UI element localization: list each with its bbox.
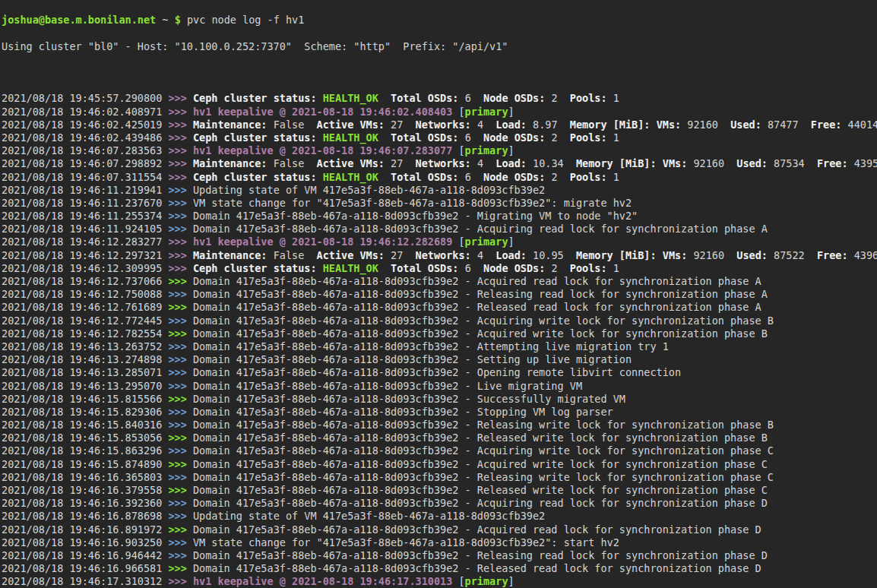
log-arrow-icon: >>> — [168, 144, 193, 156]
log-text: primary — [465, 575, 508, 587]
log-line: 2021/08/18 19:46:13.274898 >>> Domain 41… — [2, 353, 877, 366]
log-timestamp: 2021/08/18 19:46:15.863296 — [2, 444, 168, 457]
log-text: 1 — [607, 92, 619, 104]
log-text: 2 — [545, 92, 570, 104]
log-text: False — [268, 249, 317, 261]
log-text — [657, 157, 663, 169]
log-timestamp: 2021/08/18 19:46:16.878698 — [2, 510, 168, 522]
log-text: Pools: — [570, 92, 607, 104]
log-timestamp: 2021/08/18 19:46:13.285071 — [2, 366, 168, 378]
log-text — [378, 262, 391, 274]
log-text: Node OSDs: — [483, 131, 545, 144]
log-timestamp: 2021/08/18 19:46:15.840316 — [2, 419, 168, 431]
log-arrow-icon: >>> — [168, 236, 193, 248]
log-arrow-icon: >>> — [168, 119, 193, 131]
log-arrow-icon: >>> — [168, 419, 193, 431]
prompt-line: joshua@base.m.bonilan.net ~ $ pvc node l… — [2, 14, 877, 27]
log-text: Active VMs: — [317, 249, 385, 261]
log-arrow-icon: >>> — [168, 393, 193, 405]
log-timestamp: 2021/08/18 19:46:16.946442 — [2, 549, 168, 561]
log-text: Updating state of VM 417e5a3f-88eb-467a-… — [193, 510, 545, 522]
log-text: Domain 417e5a3f-88eb-467a-a118-8d093cfb3… — [193, 327, 768, 340]
log-text: 1 — [607, 131, 619, 144]
log-line: 2021/08/18 19:46:16.379558 >>> Domain 41… — [2, 484, 877, 497]
log-text: 87522 — [768, 249, 817, 261]
log-text: 44014 — [841, 119, 877, 131]
log-text: 2 — [545, 131, 570, 144]
log-timestamp: 2021/08/18 19:46:16.379558 — [2, 484, 168, 496]
log-arrow-icon: >>> — [168, 497, 193, 509]
log-line: 2021/08/18 19:46:13.263752 >>> Domain 41… — [2, 340, 877, 353]
log-timestamp: 2021/08/18 19:46:11.924105 — [2, 223, 168, 235]
log-text: Node OSDs: — [483, 262, 545, 274]
log-line: 2021/08/18 19:46:12.283277 >>> hv1 keepa… — [2, 236, 877, 248]
log-line: 2021/08/18 19:46:13.285071 >>> Domain 41… — [2, 366, 877, 379]
log-timestamp: 2021/08/18 19:46:15.853056 — [2, 432, 168, 444]
log-arrow-icon: >>> — [168, 458, 193, 470]
log-line: 2021/08/18 19:46:15.863296 >>> Domain 41… — [2, 444, 877, 457]
log-line: 2021/08/18 19:46:15.840316 >>> Domain 41… — [2, 419, 877, 432]
log-timestamp: 2021/08/18 19:46:11.219941 — [2, 184, 168, 196]
log-text: Free: — [811, 119, 842, 131]
log-arrow-icon: >>> — [168, 210, 193, 222]
log-text: Domain 417e5a3f-88eb-467a-a118-8d093cfb3… — [193, 458, 768, 470]
log-text: Used: — [736, 157, 768, 169]
log-text: Domain 417e5a3f-88eb-467a-a118-8d093cfb3… — [193, 406, 613, 418]
log-line: 2021/08/18 19:46:15.874890 >>> Domain 41… — [2, 458, 877, 471]
log-text: Networks: — [416, 119, 471, 131]
log-text: Domain 417e5a3f-88eb-467a-a118-8d093cfb3… — [193, 353, 632, 365]
log-line: 2021/08/18 19:46:13.295070 >>> Domain 41… — [2, 380, 877, 393]
log-line: 2021/08/18 19:46:12.309995 >>> Ceph clus… — [2, 262, 877, 275]
log-line: 2021/08/18 19:46:15.815566 >>> Domain 41… — [2, 393, 877, 406]
prompt-command: pvc node log -f hv1 — [187, 14, 304, 26]
log-text: Node OSDs: — [483, 92, 545, 104]
log-arrow-icon: >>> — [168, 301, 193, 313]
log-line: 2021/08/18 19:46:16.946442 >>> Domain 41… — [2, 549, 877, 562]
log-line: 2021/08/18 19:46:07.283563 >>> hv1 keepa… — [2, 144, 877, 157]
log-line: 2021/08/18 19:46:11.255374 >>> Domain 41… — [2, 210, 877, 223]
log-text: Load: — [495, 119, 527, 131]
log-arrow-icon: >>> — [168, 549, 193, 561]
log-timestamp: 2021/08/18 19:46:12.782554 — [2, 327, 168, 340]
log-text: 92160 — [681, 119, 730, 131]
log-arrow-icon: >>> — [168, 366, 193, 378]
log-text — [317, 262, 323, 274]
log-timestamp: 2021/08/18 19:46:12.761689 — [2, 301, 168, 313]
log-text: Ceph cluster status: — [193, 171, 317, 183]
log-timestamp: 2021/08/18 19:46:17.310312 — [2, 575, 168, 587]
log-text: Domain 417e5a3f-88eb-467a-a118-8d093cfb3… — [193, 444, 774, 457]
log-arrow-icon: >>> — [168, 432, 193, 444]
log-arrow-icon: >>> — [168, 380, 193, 392]
log-timestamp: 2021/08/18 19:46:13.274898 — [2, 353, 168, 365]
log-text: Domain 417e5a3f-88eb-467a-a118-8d093cfb3… — [193, 288, 768, 300]
log-text: Used: — [730, 119, 761, 131]
log-text: Memory [MiB]: — [576, 249, 657, 261]
log-timestamp: 2021/08/18 19:46:16.966581 — [2, 562, 168, 574]
log-text — [378, 92, 391, 104]
log-text: 27 — [385, 119, 416, 131]
log-text: primary — [465, 236, 508, 248]
log-text: Pools: — [570, 171, 607, 183]
log-text: Ceph cluster status: — [193, 92, 317, 104]
log-text: Domain 417e5a3f-88eb-467a-a118-8d093cfb3… — [193, 301, 761, 313]
log-line: 2021/08/18 19:46:12.782554 >>> Domain 41… — [2, 327, 877, 340]
log-arrow-icon: >>> — [168, 471, 193, 483]
log-text: Free: — [817, 157, 848, 169]
log-text: ] — [508, 106, 514, 118]
log-text: Memory [MiB]: — [576, 157, 657, 169]
log-text — [650, 119, 656, 131]
log-arrow-icon: >>> — [168, 353, 193, 365]
log-text: Networks: — [416, 157, 471, 169]
log-timestamp: 2021/08/18 19:46:12.750088 — [2, 288, 168, 300]
log-text: hv1 keepalive @ 2021-08-18 19:46:12.2826… — [193, 236, 452, 248]
log-text: Domain 417e5a3f-88eb-467a-a118-8d093cfb3… — [193, 432, 768, 444]
log-line: 2021/08/18 19:45:57.290800 >>> Ceph clus… — [2, 92, 877, 105]
log-text: HEALTH_OK — [323, 92, 378, 104]
log-timestamp: 2021/08/18 19:46:16.903250 — [2, 536, 168, 548]
log-timestamp: 2021/08/18 19:46:02.439486 — [2, 131, 168, 144]
log-line: 2021/08/18 19:46:11.219941 >>> Updating … — [2, 184, 877, 197]
prompt-symbol: $ — [175, 14, 181, 26]
log-text: Domain 417e5a3f-88eb-467a-a118-8d093cfb3… — [193, 393, 625, 405]
log-text — [657, 249, 663, 261]
log-text: Domain 417e5a3f-88eb-467a-a118-8d093cfb3… — [193, 549, 768, 561]
